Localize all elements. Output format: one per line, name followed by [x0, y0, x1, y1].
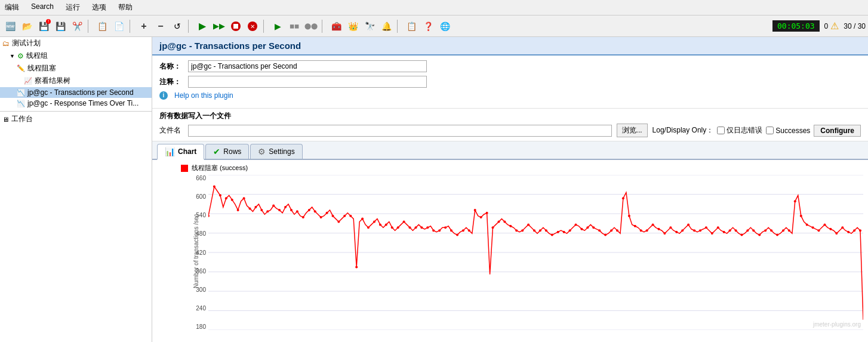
svg-point-34	[332, 215, 334, 217]
remote-shutdown-button[interactable]: ⬤⬤	[303, 19, 319, 34]
menu-search[interactable]: Search	[29, 1, 56, 14]
y-tick-540: 540	[196, 212, 206, 218]
shutdown-button[interactable]: ✕	[245, 19, 260, 34]
chart-wrapper: Number of transactions /sec 660 600 540 …	[187, 175, 863, 330]
copy-button[interactable]: 📋	[94, 19, 110, 34]
y-tick-300: 300	[196, 286, 206, 293]
comment-input[interactable]	[188, 76, 427, 88]
name-input[interactable]	[188, 60, 427, 72]
y-tick-420: 420	[196, 249, 206, 256]
svg-point-73	[563, 231, 565, 233]
remote-ui-button[interactable]: 🔭	[362, 19, 377, 34]
svg-point-105	[752, 229, 755, 232]
file-label: 文件名	[159, 125, 183, 135]
svg-point-30	[308, 209, 310, 211]
help-row: i Help on this plugin	[159, 91, 861, 100]
sidebar-item-workbench[interactable]: 🖥 工作台	[0, 111, 152, 127]
settings-tab-icon: ⚙	[258, 147, 266, 156]
tab-rows[interactable]: ✔ Rows	[205, 144, 249, 159]
action-button[interactable]: ↺	[170, 19, 185, 34]
svg-point-54	[450, 229, 453, 232]
sidebar-item-results-tree[interactable]: 📈 察看结果树	[0, 75, 152, 87]
function-helper-button[interactable]: 🧰	[328, 19, 344, 34]
tabs-bar: 📊 Chart ✔ Rows ⚙ Settings	[152, 141, 868, 160]
sidebar-item-tps[interactable]: 📉 jp@gc - Transactions per Second	[0, 87, 152, 98]
open-button[interactable]: 📂	[19, 19, 35, 34]
log-viewer-button[interactable]: 🔔	[378, 19, 394, 34]
stop-button[interactable]	[228, 19, 244, 34]
svg-point-88	[652, 223, 654, 226]
svg-text:✕: ✕	[250, 23, 255, 30]
log-options: Log/Display Only： 仅日志错误 Successes Config…	[652, 125, 861, 137]
results-tree-icon: 📈	[24, 77, 32, 85]
svg-point-123	[859, 229, 861, 232]
svg-point-107	[764, 229, 767, 232]
log-list-button[interactable]: 📋	[404, 19, 419, 34]
svg-point-90	[663, 232, 666, 235]
svg-point-113	[800, 215, 802, 217]
remote-stop-button[interactable]: ◼◼	[287, 19, 302, 34]
svg-point-32	[320, 216, 322, 218]
tab-chart[interactable]: 📊 Chart	[157, 144, 204, 160]
sidebar-item-thread-group[interactable]: ▼ ⚙ 线程组	[0, 50, 152, 62]
svg-point-59	[480, 216, 482, 218]
svg-point-115	[812, 226, 814, 229]
sidebar-item-label: jp@gc - Transactions per Second	[27, 88, 134, 97]
add-button[interactable]: +	[136, 19, 152, 34]
svg-point-44	[391, 226, 393, 229]
menu-edit[interactable]: 编辑	[2, 1, 21, 14]
svg-point-35	[337, 221, 340, 223]
warning-area: 0 ⚠	[824, 20, 839, 32]
save-warning-button[interactable]: 💾 !	[36, 19, 51, 34]
thread-group-icon: ⚙	[17, 52, 24, 60]
menu-help[interactable]: 帮助	[116, 1, 135, 14]
svg-point-81	[610, 229, 612, 232]
svg-point-43	[385, 223, 387, 226]
start-no-pause-button[interactable]: ▶▶	[211, 19, 227, 34]
browse-button[interactable]: 浏览...	[617, 124, 648, 137]
chart-legend: 线程阻塞 (success)	[181, 164, 863, 172]
remove-button[interactable]: −	[153, 19, 168, 34]
thread-block-icon: ✏️	[17, 64, 25, 72]
paste-button[interactable]: 📄	[111, 19, 127, 34]
new-button[interactable]: 🆕	[2, 19, 18, 34]
help-toolbar-button[interactable]: ❓	[420, 19, 436, 34]
svg-point-92	[675, 231, 678, 233]
help-link[interactable]: Help on this plugin	[174, 91, 233, 100]
svg-point-84	[628, 215, 630, 217]
svg-point-76	[580, 228, 583, 230]
sidebar-item-label: 线程阻塞	[27, 63, 56, 73]
svg-point-13	[208, 215, 210, 217]
cut-button[interactable]: ✂️	[69, 19, 85, 34]
log-errors-checkbox[interactable]	[717, 127, 725, 134]
tab-settings[interactable]: ⚙ Settings	[250, 144, 302, 159]
sidebar-item-thread-block[interactable]: ✏️ 线程阻塞	[0, 62, 152, 75]
svg-point-93	[681, 229, 684, 232]
svg-point-116	[818, 229, 820, 232]
svg-point-27	[290, 209, 293, 211]
svg-point-52	[438, 229, 441, 232]
sidebar-item-test-plan[interactable]: 🗂 测试计划	[0, 37, 152, 50]
log-errors-option[interactable]: 仅日志错误	[717, 125, 762, 135]
successes-checkbox[interactable]	[766, 127, 774, 134]
menu-run[interactable]: 运行	[63, 1, 82, 14]
menu-options[interactable]: 选项	[90, 1, 109, 14]
rows-tab-label: Rows	[223, 147, 241, 156]
template-button[interactable]: 👑	[345, 19, 361, 34]
file-input[interactable]	[188, 125, 612, 137]
svg-point-47	[409, 226, 411, 229]
svg-point-55	[456, 234, 458, 236]
svg-point-85	[634, 225, 636, 227]
svg-point-18	[237, 209, 239, 211]
svg-point-45	[397, 226, 399, 229]
svg-point-91	[669, 226, 672, 229]
configure-button[interactable]: Configure	[814, 125, 861, 137]
about-button[interactable]: 🌐	[437, 19, 453, 34]
sidebar-item-rtt[interactable]: 📉 jp@gc - Response Times Over Ti...	[0, 98, 152, 109]
save-button[interactable]: 💾	[53, 19, 68, 34]
start-button[interactable]: ▶	[195, 19, 210, 34]
sidebar-item-label: 察看结果树	[35, 76, 70, 86]
y-axis: 660 600 540 480 420 360 300 240 180	[187, 175, 208, 330]
remote-start-button[interactable]: ▶	[270, 19, 285, 34]
successes-option[interactable]: Successes	[766, 127, 810, 135]
